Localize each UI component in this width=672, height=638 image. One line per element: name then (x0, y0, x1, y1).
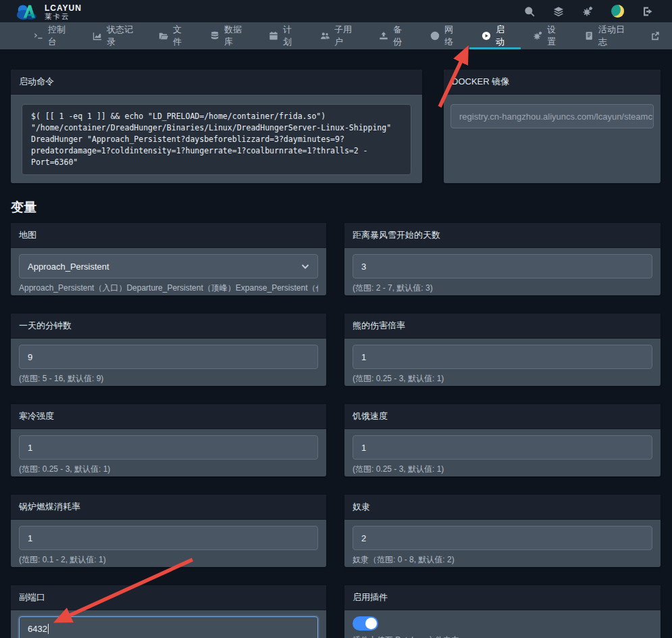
calendar-icon (269, 31, 278, 41)
nav-item-label: 子用户 (334, 24, 355, 48)
var-card-title: 副端口 (11, 585, 326, 610)
nav-item-activity-log[interactable]: 活动日志 (572, 22, 638, 49)
var-card-thralls: 奴隶2奴隶（范围: 0 - 8, 默认值: 2) (344, 495, 661, 567)
nav-item-label: 启动 (496, 24, 509, 48)
topbar-icons (524, 5, 653, 18)
var-card-cold-intensity: 寒冷强度1(范围: 0.25 - 3, 默认值: 1) (11, 404, 326, 476)
main-nav: 控制台状态记录文件数据库计划子用户备份网络启动设置活动日志 (0, 22, 672, 49)
logout-icon[interactable] (642, 6, 653, 17)
select-value: Approach_Persistent (28, 262, 109, 272)
nav-item-schedule[interactable]: 计划 (257, 22, 308, 49)
days-before-blizzard-input[interactable]: 3 (353, 254, 652, 278)
nav-item-label: 控制台 (48, 24, 68, 48)
startup-command-code: $( [[ 1 -eq 1 ]] && echo "LD_PRELOAD=/ho… (22, 104, 411, 175)
thralls-input[interactable]: 2 (353, 526, 652, 550)
field-help: (范围: 0.25 - 3, 默认值: 1) (19, 464, 318, 475)
field-help: (范围: 0.25 - 3, 默认值: 1) (353, 373, 652, 385)
nav-item-status-log[interactable]: 状态记录 (80, 22, 147, 49)
hunger-rate-input[interactable]: 1 (353, 435, 652, 460)
input-value: 6432 (28, 624, 47, 634)
field-help: 插件上传至 Patches 文件夹内 (353, 635, 652, 638)
search-icon[interactable] (524, 6, 535, 17)
nav-item-network[interactable]: 网络 (418, 22, 469, 49)
topbar: LCAYUN 莱卡云 (0, 0, 672, 22)
enable-plugins-toggle[interactable] (353, 616, 378, 631)
input-value: 1 (28, 533, 32, 543)
globe-icon (430, 31, 440, 41)
var-card-day-minutes: 一天的分钟数9(范围: 5 - 16, 默认值: 9) (11, 314, 326, 386)
text-cursor (48, 624, 49, 634)
field-help: (范围: 2 - 7, 默认值: 3) (353, 283, 652, 294)
nav-item-startup[interactable]: 启动 (469, 22, 521, 49)
external-icon (650, 31, 660, 41)
gear-icon (533, 31, 542, 41)
input-value: 1 (28, 443, 32, 453)
layers-icon[interactable] (553, 6, 564, 17)
nav-item-database[interactable]: 数据库 (198, 22, 257, 49)
cloud-logo-icon (16, 2, 41, 20)
nav-item-backup[interactable]: 备份 (367, 22, 418, 49)
database-icon (210, 31, 219, 41)
toggle-knob (365, 618, 377, 629)
var-card-title: 一天的分钟数 (11, 314, 326, 339)
chevron-down-icon (300, 261, 311, 272)
input-value: 3 (361, 262, 366, 272)
terminal-icon (34, 31, 43, 41)
cold-intensity-input[interactable]: 1 (19, 435, 318, 460)
predator-damage-input[interactable]: 1 (353, 345, 652, 369)
brand-logo[interactable]: LCAYUN 莱卡云 (16, 0, 82, 22)
field-help: (范围: 0.1 - 2, 默认值: 1) (19, 554, 318, 566)
secondary-port-input[interactable]: 6432 (19, 616, 318, 638)
input-value: 1 (361, 443, 366, 453)
upload-icon (379, 31, 388, 41)
nav-item-label: 状态记录 (107, 24, 134, 48)
settings-icon[interactable] (582, 6, 593, 17)
var-card-title: 饥饿速度 (344, 404, 661, 429)
nav-item-label: 数据库 (224, 24, 244, 48)
var-card-coal-burn-rate: 锅炉燃煤消耗率1(范围: 0.1 - 2, 默认值: 1) (11, 495, 326, 567)
field-help: (范围: 0.25 - 3, 默认值: 1) (353, 464, 652, 475)
nav-item-console[interactable]: 控制台 (22, 22, 80, 49)
var-card-title: 锅炉燃煤消耗率 (11, 495, 326, 520)
var-card-secondary-port: 副端口6432 (11, 585, 326, 638)
coal-burn-rate-input[interactable]: 1 (19, 526, 318, 550)
startup-command-title: 启动命令 (11, 70, 422, 95)
day-minutes-input[interactable]: 9 (19, 345, 318, 369)
nav-item-label: 计划 (283, 24, 296, 48)
nav-item-label: 活动日志 (598, 24, 626, 48)
nav-item-label: 文件 (173, 24, 186, 48)
var-card-hunger-rate: 饥饿速度1(范围: 0.25 - 3, 默认值: 1) (344, 404, 661, 476)
var-card-predator-damage: 熊的伤害倍率1(范围: 0.25 - 3, 默认值: 1) (344, 314, 661, 386)
brand-text: LCAYUN 莱卡云 (45, 4, 82, 20)
nav-item-external[interactable] (638, 22, 672, 49)
var-card-title: 启用插件 (344, 585, 661, 610)
nav-item-subusers[interactable]: 子用户 (308, 22, 367, 49)
nav-item-settings[interactable]: 设置 (521, 22, 572, 49)
docker-image-value: registry.cn-hangzhou.aliyuncs.com/lcayun… (459, 112, 654, 122)
user-avatar[interactable] (611, 5, 624, 18)
nav-item-label: 备份 (393, 24, 406, 48)
var-card-title: 地图 (11, 223, 326, 248)
docker-image-title: DOCKER 镜像 (444, 70, 661, 95)
var-card-title: 寒冷强度 (11, 404, 326, 429)
folder-icon (159, 31, 168, 41)
input-value: 1 (361, 352, 366, 362)
page: LCAYUN 莱卡云 控制台状态记录文件数据库计划子用户备份网络启动设置活动日志… (0, 0, 672, 638)
map-select[interactable]: Approach_Persistent (19, 254, 318, 278)
field-help: 奴隶（范围: 0 - 8, 默认值: 2) (353, 554, 652, 566)
users-icon (320, 31, 330, 41)
field-help: Approach_Persistent（入口）Departure_Persist… (19, 283, 318, 294)
brand-subname: 莱卡云 (45, 13, 82, 20)
docker-image-card: DOCKER 镜像 registry.cn-hangzhou.aliyuncs.… (444, 70, 661, 183)
docker-image-input[interactable]: registry.cn-hangzhou.aliyuncs.com/lcayun… (450, 104, 654, 128)
nav-item-files[interactable]: 文件 (147, 22, 198, 49)
var-card-map: 地图Approach_PersistentApproach_Persistent… (11, 223, 326, 295)
input-value: 9 (28, 352, 32, 362)
var-card-days-before-blizzard: 距离暴风雪开始的天数3(范围: 2 - 7, 默认值: 3) (344, 223, 661, 295)
variables-heading: 变量 (11, 199, 36, 216)
play-icon (482, 31, 491, 41)
brand-name: LCAYUN (45, 4, 82, 12)
var-card-title: 熊的伤害倍率 (344, 314, 661, 339)
journal-icon (584, 31, 594, 41)
input-value: 2 (361, 533, 366, 543)
